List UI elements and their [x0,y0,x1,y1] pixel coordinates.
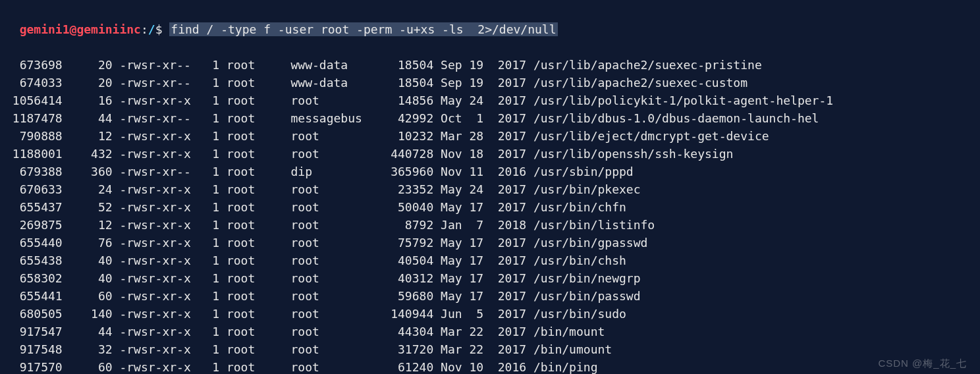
command-input[interactable]: find / -type f -user root -perm -u+xs -l… [169,22,557,36]
output-rows: 673698 20 -rwsr-xr-- 1 root www-data 185… [5,56,976,374]
output-row: 680505 140 -rwsr-xr-x 1 root root 140944… [5,305,976,323]
output-row: 655438 40 -rwsr-xr-x 1 root root 40504 M… [5,252,976,269]
output-row: 674033 20 -rwsr-xr-- 1 root www-data 185… [5,74,976,92]
watermark-text: CSDN @梅_花_七 [878,358,967,370]
shell-prompt: gemini1@geminiinc:/$ [20,22,163,36]
output-row: 673698 20 -rwsr-xr-- 1 root www-data 185… [5,56,976,74]
output-row: 1056414 16 -rwsr-xr-x 1 root root 14856 … [5,92,976,109]
output-row: 655440 76 -rwsr-xr-x 1 root root 75792 M… [5,234,976,252]
output-row: 655441 60 -rwsr-xr-x 1 root root 59680 M… [5,287,976,305]
output-row: 655437 52 -rwsr-xr-x 1 root root 50040 M… [5,198,976,216]
output-row: 917548 32 -rwsr-xr-x 1 root root 31720 M… [5,340,976,358]
prompt-dollar: $ [155,22,163,36]
prompt-colon: : [141,22,148,36]
output-row: 658302 40 -rwsr-xr-x 1 root root 40312 M… [5,269,976,287]
prompt-path: / [148,22,155,36]
terminal[interactable]: gemini1@geminiinc:/$ find / -type f -use… [0,0,980,374]
output-row: 269875 12 -rwsr-xr-x 1 root root 8792 Ja… [5,216,976,234]
output-row: 679388 360 -rwsr-xr-- 1 root dip 365960 … [5,163,976,180]
output-row: 790888 12 -rwsr-xr-x 1 root root 10232 M… [5,127,976,145]
prompt-at: @ [70,22,77,36]
output-row: 670633 24 -rwsr-xr-x 1 root root 23352 M… [5,180,976,198]
prompt-user: gemini1 [20,22,70,36]
output-row: 1188001 432 -rwsr-xr-x 1 root root 44072… [5,145,976,163]
output-row: 917570 60 -rwsr-xr-x 1 root root 61240 N… [5,358,976,374]
output-row: 917547 44 -rwsr-xr-x 1 root root 44304 M… [5,323,976,340]
output-row: 1187478 44 -rwsr-xr-- 1 root messagebus … [5,109,976,127]
prompt-host: geminiinc [76,22,141,36]
